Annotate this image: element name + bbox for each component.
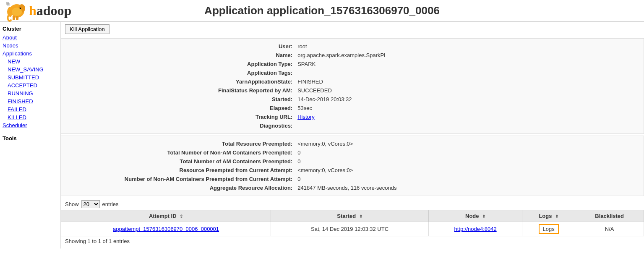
blacklisted-cell: N/A [575, 222, 644, 236]
logs-sort-icon: ⇕ [555, 214, 558, 219]
show-label: Show [65, 201, 79, 207]
total-preempted-row: Total Resource Preempted: <memory:0, vCo… [65, 139, 639, 148]
resource-info-table: Total Resource Preempted: <memory:0, vCo… [65, 139, 639, 192]
final-status-value: SUCCEEDED [295, 86, 639, 95]
aggregate-label: Aggregate Resource Allocation: [65, 183, 295, 192]
attempt-id-link[interactable]: appattempt_1576316306970_0006_000001 [113, 226, 219, 232]
showing-entries-text: Showing 1 to 1 of 1 entries [61, 236, 644, 246]
svg-point-6 [12, 8, 22, 16]
am-containers-value: 0 [295, 157, 639, 166]
table-header-row: Attempt ID ⇕ Started ⇕ Node ⇕ Logs [61, 210, 644, 222]
logo-text: hadoop [29, 3, 71, 18]
sidebar-item-killed[interactable]: KILLED [0, 113, 60, 121]
diagnostics-value [295, 121, 639, 130]
yarn-state-label: YarnApplicationState: [65, 77, 295, 86]
hadoop-elephant-icon: 🐘 [4, 0, 27, 22]
entries-label: entries [102, 201, 119, 207]
attempts-table-section: Show 20 50 100 entries Attempt ID ⇕ [61, 199, 644, 246]
elapsed-row: Elapsed: 53sec [65, 104, 639, 112]
yarn-state-value: FINISHED [295, 77, 639, 86]
am-containers-label: Total Number of AM Containers Preempted: [65, 157, 295, 166]
resource-current-value: <memory:0, vCores:0> [295, 166, 639, 175]
page-header: 🐘 hadoop Application application_1576316… [0, 0, 644, 22]
started-label: Started: [65, 95, 295, 104]
sidebar-item-accepted[interactable]: ACCEPTED [0, 81, 60, 89]
logo: 🐘 hadoop [4, 0, 71, 22]
aggregate-value: 241847 MB-seconds, 116 vcore-seconds [295, 183, 639, 192]
attempt-id-cell: appattempt_1576316306970_0006_000001 [61, 222, 271, 236]
entries-select[interactable]: 20 50 100 [81, 200, 100, 208]
tracking-url-row: Tracking URL: History [65, 112, 639, 121]
non-am-current-label: Number of Non-AM Containers Preempted fr… [65, 175, 295, 183]
non-am-containers-row: Total Number of Non-AM Containers Preemp… [65, 148, 639, 157]
total-preempted-label: Total Resource Preempted: [65, 139, 295, 148]
name-value: org.apache.spark.examples.SparkPi [295, 51, 639, 60]
am-containers-row: Total Number of AM Containers Preempted:… [65, 157, 639, 166]
attempts-table: Attempt ID ⇕ Started ⇕ Node ⇕ Logs [61, 210, 644, 236]
node-col-header[interactable]: Node ⇕ [429, 210, 522, 222]
app-tags-row: Application Tags: [65, 68, 639, 77]
kill-section: Kill Application [61, 22, 644, 37]
diagnostics-label: Diagnostics: [65, 121, 295, 130]
sidebar-item-about[interactable]: About [0, 34, 60, 42]
resource-current-row: Resource Preempted from Current Attempt:… [65, 166, 639, 175]
app-type-value: SPARK [295, 60, 639, 68]
cluster-section-title: Cluster [0, 24, 60, 34]
name-label: Name: [65, 51, 295, 60]
total-preempted-value: <memory:0, vCores:0> [295, 139, 639, 148]
non-am-current-row: Number of Non-AM Containers Preempted fr… [65, 175, 639, 183]
svg-rect-4 [13, 16, 15, 20]
started-value: 14-Dec-2019 20:03:32 [295, 95, 639, 104]
attempt-id-col-header[interactable]: Attempt ID ⇕ [61, 210, 271, 222]
attempt-id-sort-icon: ⇕ [180, 214, 183, 219]
name-row: Name: org.apache.spark.examples.SparkPi [65, 51, 639, 60]
started-col-header[interactable]: Started ⇕ [271, 210, 429, 222]
resource-current-label: Resource Preempted from Current Attempt: [65, 166, 295, 175]
non-am-current-value: 0 [295, 175, 639, 183]
sidebar-item-submitted[interactable]: SUBMITTED [0, 73, 60, 81]
sidebar-item-running[interactable]: RUNNING [0, 89, 60, 97]
main-content: Kill Application User: root Name: org.ap… [61, 22, 644, 249]
elapsed-label: Elapsed: [65, 104, 295, 112]
sidebar-item-nodes[interactable]: Nodes [0, 42, 60, 50]
tracking-url-label: Tracking URL: [65, 112, 295, 121]
logs-col-header[interactable]: Logs ⇕ [522, 210, 575, 222]
page-title: Application application_1576316306970_00… [204, 4, 440, 17]
final-status-label: FinalStatus Reported by AM: [65, 86, 295, 95]
started-sort-icon: ⇕ [359, 214, 362, 219]
tracking-url-value: History [295, 112, 639, 121]
node-link[interactable]: http://node4:8042 [454, 226, 496, 232]
sidebar-item-scheduler[interactable]: Scheduler [0, 121, 60, 129]
kill-application-button[interactable]: Kill Application [65, 24, 110, 34]
app-tags-value [295, 68, 639, 77]
started-cell: Sat, 14 Dec 2019 12:03:32 UTC [271, 222, 429, 236]
sidebar-item-finished[interactable]: FINISHED [0, 97, 60, 105]
table-row: appattempt_1576316306970_0006_000001 Sat… [61, 222, 644, 236]
logs-cell: Logs [522, 222, 575, 236]
user-row: User: root [65, 42, 639, 51]
user-label: User: [65, 42, 295, 51]
app-type-label: Application Type: [65, 60, 295, 68]
show-entries-control: Show 20 50 100 entries [61, 199, 644, 210]
sidebar-item-new-saving[interactable]: NEW_SAVING [0, 65, 60, 73]
non-am-containers-label: Total Number of Non-AM Containers Preemp… [65, 148, 295, 157]
svg-text:🐘: 🐘 [6, 1, 11, 6]
sidebar-item-applications[interactable]: Applications [0, 50, 60, 58]
app-info-panel: User: root Name: org.apache.spark.exampl… [61, 38, 644, 134]
app-type-row: Application Type: SPARK [65, 60, 639, 68]
resource-info-panel: Total Resource Preempted: <memory:0, vCo… [61, 136, 644, 196]
non-am-containers-value: 0 [295, 148, 639, 157]
diagnostics-row: Diagnostics: [65, 121, 639, 130]
logs-button[interactable]: Logs [539, 224, 559, 234]
node-sort-icon: ⇕ [482, 214, 485, 219]
node-cell: http://node4:8042 [429, 222, 522, 236]
sidebar: Cluster About Nodes Applications NEW NEW… [0, 22, 61, 249]
sidebar-item-failed[interactable]: FAILED [0, 105, 60, 113]
user-value: root [295, 42, 639, 51]
started-row: Started: 14-Dec-2019 20:03:32 [65, 95, 639, 104]
blacklisted-col-header[interactable]: Blacklisted [575, 210, 644, 222]
tracking-url-link[interactable]: History [297, 114, 314, 120]
aggregate-row: Aggregate Resource Allocation: 241847 MB… [65, 183, 639, 192]
yarn-state-row: YarnApplicationState: FINISHED [65, 77, 639, 86]
sidebar-item-new[interactable]: NEW [0, 58, 60, 65]
